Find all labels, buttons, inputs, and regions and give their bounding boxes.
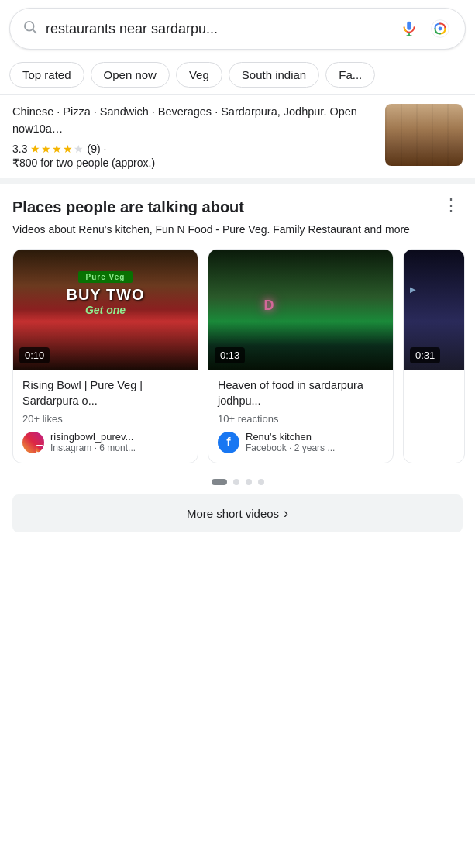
video-card-1[interactable]: Pure Veg BUY TWO Get one 0:10 Rising Bow… bbox=[12, 249, 198, 464]
neon-sign: D bbox=[263, 298, 274, 314]
review-count: (9) · bbox=[87, 143, 106, 155]
source-name-2: Renu's kitchen bbox=[246, 431, 335, 443]
svg-line-1 bbox=[33, 29, 36, 33]
svg-point-6 bbox=[439, 27, 442, 31]
more-videos-button[interactable]: More short videos › bbox=[12, 494, 463, 532]
restaurant-image[interactable] bbox=[385, 104, 463, 166]
dot-3[interactable] bbox=[246, 479, 252, 485]
video-source-1: risingbowl_purev... Instagram · 6 mont..… bbox=[22, 431, 188, 453]
more-videos-label: More short videos bbox=[187, 507, 279, 520]
filter-chips-container: Top rated Open now Veg South indian Fa..… bbox=[0, 56, 475, 95]
video-likes-2: 10+ reactions bbox=[218, 413, 384, 425]
search-query: restaurants near sardarpu... bbox=[46, 21, 391, 37]
video-overlay-3: 0:31 bbox=[404, 250, 464, 370]
video-overlay-2: 0:13 bbox=[208, 250, 393, 370]
video-source-2: f Renu's kitchen Facebook · 2 years ... bbox=[218, 431, 384, 453]
card3-overlay: ▶ bbox=[410, 285, 416, 294]
dot-1[interactable] bbox=[212, 479, 227, 485]
source-avatar-2: f bbox=[218, 432, 239, 453]
rating-number: 3.3 bbox=[12, 143, 27, 155]
video-cards-scroll: Pure Veg BUY TWO Get one 0:10 Rising Bow… bbox=[0, 249, 475, 477]
pagination-dots bbox=[0, 476, 475, 494]
banner-buy-two: BUY TWO bbox=[66, 286, 144, 304]
video-duration-2: 0:13 bbox=[215, 347, 245, 363]
star-rating: ★ ★ ★ ★ ★ bbox=[30, 143, 84, 155]
video-info-2: Heaven of food in sardarpura jodhpu... 1… bbox=[208, 370, 393, 463]
snippet-rating-row: 3.3 ★ ★ ★ ★ ★ (9) · bbox=[12, 143, 376, 155]
video-info-1: Rising Bowl | Pure Veg | Sardarpura o...… bbox=[13, 370, 198, 463]
places-section: Places people are talking about ⋮ Videos… bbox=[0, 184, 475, 533]
places-header: Places people are talking about ⋮ bbox=[0, 197, 475, 222]
lens-button[interactable] bbox=[428, 16, 453, 41]
price-text: ₹800 for two people (approx.) bbox=[12, 157, 376, 169]
snippet-description: Chinese · Pizza · Sandwich · Beverages ·… bbox=[12, 104, 376, 138]
video-thumbnail-3: 0:31 ▶ bbox=[404, 250, 464, 370]
dot-2[interactable] bbox=[233, 479, 239, 485]
search-bar-container: restaurants near sardarpu... bbox=[0, 0, 475, 56]
star-4: ★ bbox=[63, 143, 73, 155]
source-text-2: Renu's kitchen Facebook · 2 years ... bbox=[246, 431, 335, 453]
restaurant-snippet: Chinese · Pizza · Sandwich · Beverages ·… bbox=[0, 95, 475, 184]
video-likes-1: 20+ likes bbox=[22, 413, 188, 425]
source-avatar-1 bbox=[22, 432, 44, 453]
search-icon bbox=[22, 19, 38, 39]
source-name-1: risingbowl_purev... bbox=[50, 431, 136, 443]
star-1: ★ bbox=[30, 143, 40, 155]
video-card-2[interactable]: 0:13 D Heaven of food in sardarpura jodh… bbox=[208, 249, 394, 464]
source-platform-2: Facebook · 2 years ... bbox=[246, 443, 335, 453]
places-subtitle: Videos about Renu's kitchen, Fun N Food … bbox=[0, 222, 475, 249]
star-3: ★ bbox=[52, 143, 62, 155]
video-thumbnail-2: 0:13 D bbox=[208, 250, 393, 370]
source-platform-1: Instagram · 6 mont... bbox=[50, 443, 136, 453]
places-title: Places people are talking about bbox=[12, 197, 439, 217]
source-text-1: risingbowl_purev... Instagram · 6 mont..… bbox=[50, 431, 136, 453]
chip-south-indian[interactable]: South indian bbox=[229, 62, 319, 88]
video-duration-1: 0:10 bbox=[19, 347, 50, 363]
chip-top-rated[interactable]: Top rated bbox=[9, 62, 84, 88]
chip-fast-food[interactable]: Fa... bbox=[325, 62, 375, 88]
svg-rect-2 bbox=[407, 22, 411, 30]
chip-open-now[interactable]: Open now bbox=[91, 62, 170, 88]
star-5: ★ bbox=[74, 143, 84, 155]
search-bar[interactable]: restaurants near sardarpu... bbox=[9, 8, 466, 50]
video-card-3[interactable]: 0:31 ▶ bbox=[403, 249, 465, 464]
mic-button[interactable] bbox=[398, 18, 420, 40]
video-title-1: Rising Bowl | Pure Veg | Sardarpura o... bbox=[22, 377, 188, 409]
snippet-text: Chinese · Pizza · Sandwich · Beverages ·… bbox=[12, 104, 376, 169]
video-thumbnail-1: Pure Veg BUY TWO Get one 0:10 bbox=[13, 250, 198, 370]
video-title-2: Heaven of food in sardarpura jodhpu... bbox=[218, 377, 384, 409]
banner-pure-veg: Pure Veg bbox=[78, 271, 133, 283]
video-duration-3: 0:31 bbox=[410, 347, 440, 363]
more-videos-arrow: › bbox=[284, 505, 288, 522]
star-2: ★ bbox=[41, 143, 51, 155]
chip-veg[interactable]: Veg bbox=[176, 62, 222, 88]
video-overlay-1: Pure Veg BUY TWO Get one 0:10 bbox=[13, 250, 198, 370]
more-options-button[interactable]: ⋮ bbox=[439, 197, 463, 214]
dot-4[interactable] bbox=[258, 479, 264, 485]
banner-get-one: Get one bbox=[85, 304, 126, 316]
